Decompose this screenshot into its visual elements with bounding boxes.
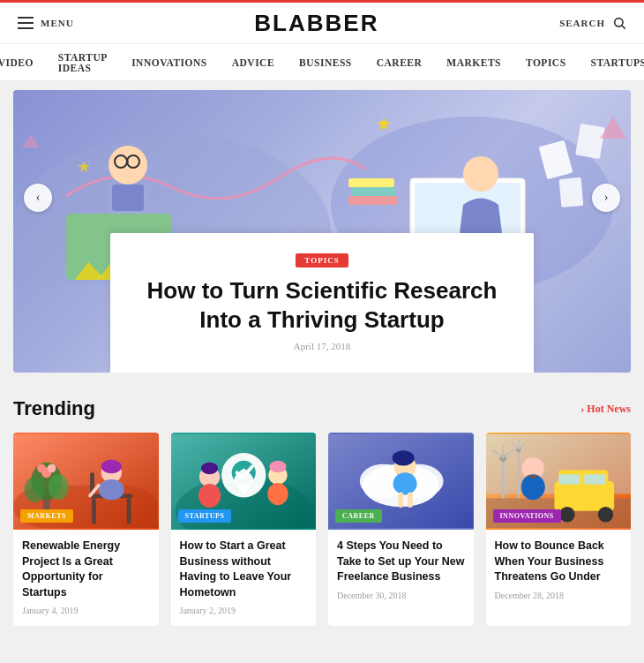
svg-rect-11: [112, 185, 144, 211]
svg-point-41: [37, 464, 46, 473]
svg-point-52: [267, 483, 288, 505]
trending-card-2[interactable]: STARTUPS How to Start a Great Business w…: [171, 433, 317, 626]
svg-rect-30: [127, 498, 131, 524]
card-badge-4: INNOVATIONS: [493, 509, 561, 523]
card-badge-2: STARTUPS: [178, 509, 232, 523]
svg-point-0: [615, 19, 623, 26]
svg-point-49: [198, 484, 220, 508]
svg-rect-72: [558, 474, 580, 485]
card-title-4: How to Bounce Back When Your Business Th…: [495, 539, 623, 585]
svg-line-1: [622, 26, 625, 29]
nav-career[interactable]: CAREER: [364, 44, 435, 80]
menu-label: MENU: [41, 18, 74, 28]
card-date-1: January 4, 2019: [22, 606, 150, 615]
svg-rect-17: [348, 196, 397, 205]
svg-point-16: [463, 156, 498, 192]
card-title-2: How to Start a Great Business without Ha…: [180, 539, 308, 600]
svg-rect-21: [575, 124, 605, 159]
nav-markets[interactable]: MARKETS: [434, 44, 513, 80]
svg-rect-29: [92, 498, 96, 524]
cards-grid: MARKETS Renewable Energy Project Is a Gr…: [13, 433, 631, 626]
hero-card: TOPICS How to Turn Scientific Research I…: [110, 233, 534, 373]
nav-innovations[interactable]: INNOVATIONS: [119, 44, 220, 80]
card-body-4: How to Bounce Back When Your Business Th…: [486, 530, 632, 611]
svg-rect-73: [584, 474, 605, 485]
hero-section: $ ‹ › TOPICS How: [13, 90, 631, 373]
nav-advice[interactable]: ADVICE: [220, 44, 287, 80]
svg-point-42: [48, 464, 56, 473]
svg-marker-24: [22, 134, 40, 147]
svg-rect-62: [398, 493, 403, 508]
site-logo[interactable]: BLABBer: [254, 10, 378, 37]
hot-news-link[interactable]: › Hot News: [580, 403, 631, 416]
hero-next-button[interactable]: ›: [592, 184, 620, 212]
trending-card-4[interactable]: INNOVATIONS How to Bounce Back When Your…: [486, 433, 632, 626]
header: MENU BLABBer SEARCH: [0, 0, 644, 44]
card-date-4: December 28, 2018: [495, 591, 623, 600]
svg-point-60: [393, 472, 417, 494]
svg-point-70: [559, 507, 574, 522]
svg-point-39: [49, 474, 69, 500]
nav-topics[interactable]: TOPICS: [513, 44, 579, 80]
nav-business[interactable]: BUSINESS: [287, 44, 364, 80]
hero-date: April 17, 2018: [137, 341, 507, 351]
svg-point-33: [99, 479, 124, 500]
card-body-1: Renewable Energy Project Is a Great Oppo…: [13, 530, 159, 626]
svg-point-34: [101, 460, 122, 473]
card-image-2: STARTUPS: [171, 433, 317, 530]
nav-video[interactable]: VIDEO: [0, 44, 46, 80]
svg-point-75: [520, 474, 544, 500]
card-image-1: MARKETS: [13, 433, 159, 530]
hero-badge: TOPICS: [296, 253, 348, 267]
card-body-3: 4 Steps You Need to Take to Set up Your …: [328, 530, 474, 611]
svg-rect-68: [554, 481, 614, 511]
svg-rect-18: [351, 187, 395, 196]
card-date-3: December 30, 2018: [337, 591, 465, 600]
svg-rect-63: [408, 493, 413, 508]
trending-card-3[interactable]: CAREER 4 Steps You Need to Take to Set u…: [328, 433, 474, 626]
hamburger-icon: [18, 17, 34, 29]
card-title-1: Renewable Energy Project Is a Great Oppo…: [22, 539, 150, 600]
card-image-3: CAREER: [328, 433, 474, 530]
svg-point-61: [393, 450, 415, 465]
svg-point-71: [597, 507, 612, 522]
hero-title: How to Turn Scientific Research Into a T…: [137, 276, 507, 334]
svg-point-38: [25, 477, 45, 502]
navigation: VIDEO STARTUP IDEAS INNOVATIONS ADVICE B…: [0, 44, 644, 81]
trending-section: Trending › Hot News: [0, 381, 644, 644]
svg-rect-19: [348, 178, 394, 187]
card-badge-1: MARKETS: [20, 509, 73, 523]
svg-point-50: [200, 463, 217, 475]
svg-point-53: [269, 461, 286, 473]
nav-startups[interactable]: STARTUPS: [579, 44, 644, 80]
card-title-3: 4 Steps You Need to Take to Set up Your …: [337, 539, 465, 585]
search-label: SEARCH: [559, 18, 605, 28]
search-icon: [612, 16, 626, 30]
svg-rect-22: [559, 177, 584, 207]
hero-prev-button[interactable]: ‹: [24, 184, 52, 212]
svg-marker-4: [377, 117, 391, 131]
card-body-2: How to Start a Great Business without Ha…: [171, 530, 317, 626]
search-button[interactable]: SEARCH: [559, 16, 626, 30]
menu-button[interactable]: MENU: [18, 17, 74, 29]
card-image-4: INNOVATIONS: [486, 433, 632, 530]
trending-header: Trending › Hot News: [13, 397, 631, 420]
trending-title: Trending: [13, 397, 95, 420]
trending-card-1[interactable]: MARKETS Renewable Energy Project Is a Gr…: [13, 433, 159, 626]
nav-startup-ideas[interactable]: STARTUP IDEAS: [46, 44, 119, 80]
svg-marker-23: [600, 117, 626, 139]
card-date-2: January 2, 2019: [180, 606, 308, 615]
card-badge-3: CAREER: [335, 509, 382, 523]
